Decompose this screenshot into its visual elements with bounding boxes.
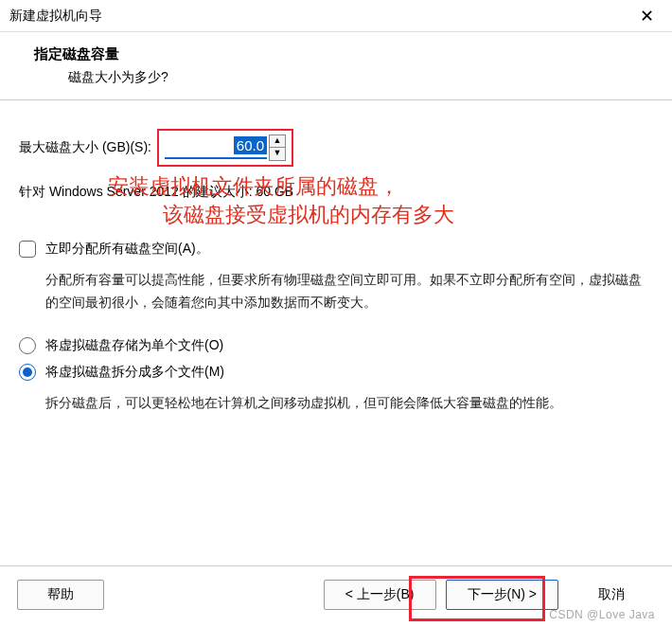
store-single-radio[interactable]: [19, 337, 36, 354]
store-split-radio[interactable]: [19, 364, 36, 381]
store-single-row: 将虚拟磁盘存储为单个文件(O): [19, 337, 653, 354]
help-button[interactable]: 帮助: [17, 580, 104, 610]
max-disk-label: 最大磁盘大小 (GB)(S):: [19, 139, 151, 156]
allocate-now-checkbox[interactable]: [19, 241, 36, 258]
content-area: 最大磁盘大小 (GB)(S): 60.0 ▲ ▼ 针对 Windows Serv…: [0, 100, 672, 414]
allocate-now-label: 立即分配所有磁盘空间(A)。: [45, 241, 209, 258]
titlebar: 新建虚拟机向导 ✕: [0, 0, 672, 32]
cancel-button[interactable]: 取消: [568, 581, 655, 609]
watermark: CSDN @Love Java: [549, 608, 655, 621]
window-title: 新建虚拟机向导: [9, 8, 102, 25]
close-icon[interactable]: ✕: [632, 6, 661, 27]
wizard-header: 指定磁盘容量 磁盘大小为多少?: [0, 32, 672, 100]
disk-size-input[interactable]: [165, 137, 267, 159]
split-description: 拆分磁盘后，可以更轻松地在计算机之间移动虚拟机，但可能会降低大容量磁盘的性能。: [45, 392, 653, 415]
max-disk-row: 最大磁盘大小 (GB)(S): 60.0 ▲ ▼: [19, 129, 653, 167]
allocate-description: 分配所有容量可以提高性能，但要求所有物理磁盘空间立即可用。如果不立即分配所有空间…: [45, 269, 653, 314]
store-split-row: 将虚拟磁盘拆分成多个文件(M): [19, 364, 653, 381]
back-button[interactable]: < 上一步(B): [324, 580, 436, 610]
annotation-line2: 该磁盘接受虚拟机的内存有多大: [163, 201, 454, 229]
spinner-buttons: ▲ ▼: [269, 134, 286, 161]
next-button[interactable]: 下一步(N) >: [446, 580, 559, 610]
allocate-now-row: 立即分配所有磁盘空间(A)。: [19, 241, 653, 258]
spinner-up-icon[interactable]: ▲: [270, 135, 285, 148]
suggested-size-text: 针对 Windows Server 2012 的建议大小: 60 GB: [19, 184, 653, 201]
page-title: 指定磁盘容量: [34, 45, 638, 63]
disk-size-spinner: 60.0 ▲ ▼: [157, 129, 293, 167]
page-subtitle: 磁盘大小为多少?: [68, 69, 638, 86]
store-split-label: 将虚拟磁盘拆分成多个文件(M): [45, 364, 224, 381]
store-single-label: 将虚拟磁盘存储为单个文件(O): [45, 337, 223, 354]
spinner-down-icon[interactable]: ▼: [270, 148, 285, 160]
